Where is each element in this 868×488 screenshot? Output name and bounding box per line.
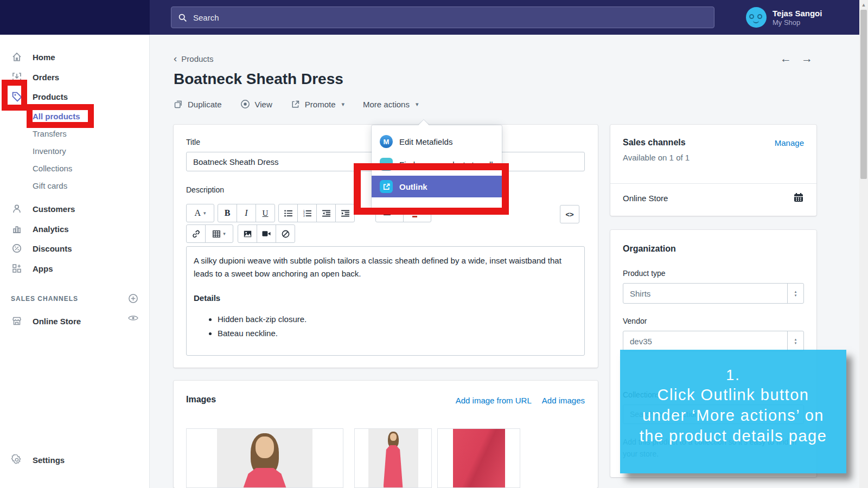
organization-heading: Organization bbox=[623, 244, 676, 254]
page-title: Boatneck Sheath Dress bbox=[174, 70, 343, 88]
sidebar-item-home[interactable]: Home bbox=[0, 49, 150, 65]
manage-link[interactable]: Manage bbox=[775, 138, 804, 147]
discounts-icon bbox=[11, 243, 23, 254]
numbered-list-button[interactable]: 123 bbox=[297, 204, 317, 222]
external-link-icon bbox=[291, 100, 300, 109]
previous-product-arrow[interactable]: ← bbox=[780, 52, 792, 65]
calendar-icon[interactable] bbox=[793, 192, 804, 203]
chevron-left-icon: ‹ bbox=[174, 53, 177, 64]
editor-toolbar-row2: ▾ bbox=[186, 224, 295, 243]
images-card: Images Add image from URL Add images bbox=[174, 381, 598, 488]
channel-name: Online Store bbox=[623, 194, 668, 203]
topbar: Tejas Sangoi My Shop bbox=[0, 0, 868, 35]
more-actions-button[interactable]: More actions ▾ bbox=[363, 100, 418, 109]
analytics-icon bbox=[11, 223, 23, 234]
sidebar-item-gift-cards[interactable]: Gift cards bbox=[0, 177, 150, 194]
images-heading: Images bbox=[186, 395, 216, 404]
sidebar-item-apps[interactable]: Apps bbox=[0, 260, 150, 277]
underline-button[interactable]: U bbox=[256, 204, 275, 222]
availability-text: Available on 1 of 1 bbox=[623, 153, 690, 162]
annotation-box-outlink bbox=[354, 163, 509, 215]
vendor-label: Vendor bbox=[623, 317, 647, 325]
italic-button[interactable]: I bbox=[237, 204, 256, 222]
font-style-button[interactable]: A▾ bbox=[186, 204, 214, 222]
customers-icon bbox=[11, 203, 23, 214]
sales-channels-heading: Sales channels bbox=[623, 138, 686, 147]
bulleted-list-button[interactable] bbox=[278, 204, 298, 222]
home-icon bbox=[11, 52, 23, 62]
eye-icon bbox=[240, 99, 250, 109]
list-item: Bateau neckline. bbox=[218, 326, 577, 341]
dropdown-caret bbox=[418, 120, 429, 131]
sidebar-item-customers[interactable]: Customers bbox=[0, 201, 150, 217]
duplicate-button[interactable]: Duplicate bbox=[174, 100, 222, 109]
add-images-link[interactable]: Add images bbox=[542, 396, 585, 405]
sales-channels-card: Sales channels Manage Available on 1 of … bbox=[610, 125, 816, 216]
svg-text:3: 3 bbox=[303, 215, 305, 217]
scrollbar-thumb[interactable] bbox=[860, 10, 867, 179]
sales-channels-header: SALES CHANNELS bbox=[11, 295, 78, 303]
sidebar-item-settings[interactable]: Settings bbox=[0, 452, 150, 468]
insert-video-button[interactable] bbox=[257, 224, 276, 243]
user-menu[interactable]: Tejas Sangoi My Shop bbox=[746, 7, 822, 28]
global-search[interactable] bbox=[171, 7, 714, 28]
title-label: Title bbox=[186, 138, 200, 146]
duplicate-icon bbox=[174, 100, 183, 109]
product-type-label: Product type bbox=[623, 269, 666, 278]
tutorial-step-number: 1. bbox=[620, 366, 846, 384]
show-html-button[interactable]: <> bbox=[560, 205, 579, 223]
online-store-eye-icon[interactable] bbox=[128, 314, 138, 322]
chevron-down-icon: ▾ bbox=[342, 101, 345, 108]
sidebar-item-inventory[interactable]: Inventory bbox=[0, 143, 150, 159]
insert-image-button[interactable] bbox=[238, 224, 257, 243]
annotation-box-products-icon bbox=[2, 80, 27, 111]
next-product-arrow[interactable]: → bbox=[801, 52, 813, 65]
page-scrollbar[interactable]: ▲ bbox=[859, 0, 868, 488]
clear-formatting-button[interactable] bbox=[276, 224, 295, 243]
indent-button[interactable] bbox=[335, 204, 355, 222]
menu-item-edit-metafields[interactable]: M Edit Metafields bbox=[372, 131, 502, 152]
sidebar-item-online-store[interactable]: Online Store bbox=[0, 313, 150, 329]
promote-button[interactable]: Promote ▾ bbox=[291, 100, 344, 109]
bold-button[interactable]: B bbox=[218, 204, 237, 222]
topbar-logo-area bbox=[0, 0, 150, 35]
vendor-select[interactable]: dev35 ▴▾ bbox=[623, 331, 804, 351]
fabric-closeup-photo[interactable] bbox=[437, 428, 520, 488]
shopify-admin-product-page: Tejas Sangoi My Shop Home Orders Product… bbox=[0, 0, 868, 488]
add-image-from-url-link[interactable]: Add image from URL bbox=[456, 396, 532, 405]
details-list: Hidden back-zip closure. Bateau neckline… bbox=[194, 312, 577, 341]
settings-gear-icon bbox=[11, 454, 23, 465]
online-store-icon bbox=[11, 316, 23, 326]
outdent-button[interactable] bbox=[316, 204, 336, 222]
insert-link-button[interactable] bbox=[186, 224, 206, 243]
add-sales-channel-button[interactable] bbox=[128, 293, 138, 304]
insert-table-button[interactable]: ▾ bbox=[205, 224, 233, 243]
sidebar-item-analytics[interactable]: Analytics bbox=[0, 221, 150, 237]
search-icon bbox=[178, 13, 187, 22]
description-editor[interactable]: A silky dupioni weave with subtle polish… bbox=[186, 246, 585, 356]
details-heading: Details bbox=[194, 293, 577, 303]
stepper-icon: ▴▾ bbox=[787, 331, 803, 351]
pagination-arrows: ← → bbox=[780, 52, 813, 65]
shop-name: My Shop bbox=[773, 18, 822, 27]
list-item: Hidden back-zip closure. bbox=[218, 312, 577, 326]
scrollbar-up-arrow[interactable]: ▲ bbox=[859, 1, 868, 9]
metafields-m-icon: M bbox=[380, 135, 393, 148]
description-paragraph: A silky dupioni weave with subtle polish… bbox=[194, 254, 563, 280]
product-actions: Duplicate View Promote ▾ More actions ▾ bbox=[174, 99, 418, 109]
sidebar-item-collections[interactable]: Collections bbox=[0, 160, 150, 176]
description-label: Description bbox=[186, 185, 224, 194]
search-input[interactable] bbox=[192, 12, 668, 23]
view-button[interactable]: View bbox=[240, 99, 272, 109]
product-type-select[interactable]: Shirts ▴▾ bbox=[623, 283, 804, 304]
dress-back-photo[interactable] bbox=[354, 428, 432, 488]
tutorial-overlay: 1. Click Outlink button under ‘More acti… bbox=[620, 350, 846, 473]
user-name: Tejas Sangoi bbox=[773, 9, 822, 18]
chevron-down-icon: ▾ bbox=[416, 101, 419, 108]
breadcrumb[interactable]: ‹Products bbox=[174, 53, 214, 65]
sidebar-item-discounts[interactable]: Discounts bbox=[0, 240, 150, 256]
stepper-icon: ▴▾ bbox=[787, 284, 803, 303]
face-avatar-icon bbox=[746, 7, 767, 28]
dress-front-photo[interactable] bbox=[186, 428, 343, 488]
annotation-box-all-products bbox=[27, 104, 94, 128]
